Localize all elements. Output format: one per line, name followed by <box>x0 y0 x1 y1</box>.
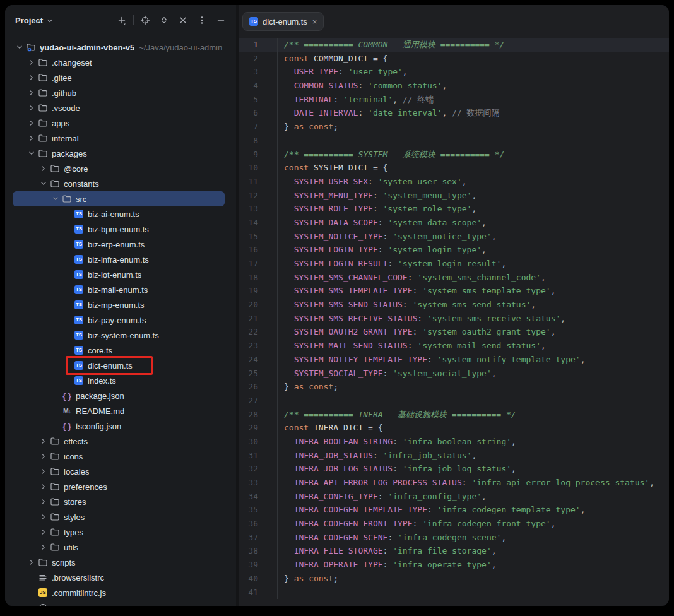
chevron-right-icon[interactable] <box>38 466 49 477</box>
code-line-37[interactable]: 37 INFRA_CODEGEN_SCENE: 'infra_codegen_s… <box>239 531 669 545</box>
chevron-right-icon[interactable] <box>38 451 49 462</box>
chevron-right-icon[interactable] <box>26 87 37 98</box>
code-line-38[interactable]: 38 INFRA_FILE_STORAGE: 'infra_file_stora… <box>239 544 669 558</box>
code-line-3[interactable]: 3 USER_TYPE: 'user_type', <box>239 65 669 79</box>
chevron-right-icon[interactable] <box>26 72 37 83</box>
tree-item-biz-mall-enum-ts[interactable]: TSbiz-mall-enum.ts <box>5 282 236 297</box>
chevron-right-icon[interactable] <box>38 481 49 492</box>
line-number[interactable]: 13 <box>239 202 278 216</box>
tree-item-dict-enum-ts[interactable]: TSdict-enum.ts <box>5 358 236 373</box>
code-line-9[interactable]: 9/** ========== SYSTEM - 系统模块 ==========… <box>239 148 669 162</box>
code-line-23[interactable]: 23 SYSTEM_MAIL_SEND_STATUS: 'system_mail… <box>239 339 669 353</box>
line-number[interactable]: 26 <box>239 380 278 394</box>
line-number[interactable]: 7 <box>239 120 278 134</box>
tree-item-biz-system-enum-ts[interactable]: TSbiz-system-enum.ts <box>5 328 236 343</box>
tree-item-tsconfig-json[interactable]: { }tsconfig.json <box>5 418 236 434</box>
code-line-4[interactable]: 4 COMMON_STATUS: 'common_status', <box>239 79 669 93</box>
code-line-26[interactable]: 26} as const; <box>239 380 669 394</box>
code-line-29[interactable]: 29const INFRA_DICT = { <box>239 421 669 435</box>
tree-item-biz-pay-enum-ts[interactable]: TSbiz-pay-enum.ts <box>5 312 236 328</box>
code-line-35[interactable]: 35 INFRA_CODEGEN_TEMPLATE_TYPE: 'infra_c… <box>239 503 669 517</box>
code-line-33[interactable]: 33 INFRA_API_ERROR_LOG_PROCESS_STATUS: '… <box>239 476 669 490</box>
code-line-13[interactable]: 13 SYSTEM_ROLE_TYPE: 'system_role_type', <box>239 202 669 216</box>
add-button[interactable] <box>114 13 129 28</box>
tree-item-yudao-ui-admin-vben-v5[interactable]: yudao-ui-admin-vben-v5~/Java/yudao-ui-ad… <box>5 40 236 55</box>
chevron-right-icon[interactable] <box>38 542 49 553</box>
tree-item-stores[interactable]: stores <box>5 494 236 509</box>
tree-item-commitlintrc-js[interactable]: JS.commitlintrc.js <box>5 585 236 600</box>
code-line-19[interactable]: 19 SYSTEM_SMS_TEMPLATE_TYPE: 'system_sms… <box>239 284 669 298</box>
code-line-5[interactable]: 5 TERMINAL: 'terminal', // 终端 <box>239 93 669 107</box>
line-number[interactable]: 32 <box>239 462 278 476</box>
line-number[interactable]: 2 <box>239 52 278 66</box>
line-number[interactable]: 28 <box>239 408 278 422</box>
tree-item-internal[interactable]: internal <box>5 131 236 146</box>
code-line-8[interactable]: 8 <box>239 134 669 148</box>
tab-close-icon[interactable]: × <box>312 17 318 27</box>
line-number[interactable]: 20 <box>239 298 278 312</box>
project-tool-window-selector[interactable]: Project <box>15 16 54 25</box>
line-number[interactable]: 12 <box>239 189 278 203</box>
tree-item-gitee[interactable]: .gitee <box>5 70 236 85</box>
code-line-24[interactable]: 24 SYSTEM_NOTIFY_TEMPLATE_TYPE: 'system_… <box>239 353 669 367</box>
code-line-22[interactable]: 22 SYSTEM_OAUTH2_GRANT_TYPE: 'system_oau… <box>239 325 669 339</box>
chevron-right-icon[interactable] <box>26 57 37 68</box>
line-number[interactable]: 38 <box>239 544 278 558</box>
line-number[interactable]: 11 <box>239 175 278 189</box>
tree-item-changeset[interactable]: .changeset <box>5 55 236 70</box>
code-line-7[interactable]: 7} as const; <box>239 120 669 134</box>
line-number[interactable]: 15 <box>239 230 278 244</box>
line-number[interactable]: 10 <box>239 161 278 175</box>
line-number[interactable]: 36 <box>239 517 278 531</box>
tree-item-biz-erp-enum-ts[interactable]: TSbiz-erp-enum.ts <box>5 237 236 252</box>
tree-item-biz-bpm-enum-ts[interactable]: TSbiz-bpm-enum.ts <box>5 222 236 237</box>
tree-item-effects[interactable]: effects <box>5 434 236 449</box>
line-number[interactable]: 18 <box>239 271 278 285</box>
code-line-36[interactable]: 36 INFRA_CODEGEN_FRONT_TYPE: 'infra_code… <box>239 517 669 531</box>
line-number[interactable]: 25 <box>239 367 278 381</box>
code-line-27[interactable]: 27 <box>239 394 669 408</box>
locate-opened-file-button[interactable] <box>138 13 153 28</box>
code-line-16[interactable]: 16 SYSTEM_LOGIN_TYPE: 'system_login_type… <box>239 243 669 257</box>
tree-item-index-ts[interactable]: TSindex.ts <box>5 373 236 388</box>
code-line-11[interactable]: 11 SYSTEM_USER_SEX: 'system_user_sex', <box>239 175 669 189</box>
code-line-20[interactable]: 20 SYSTEM_SMS_SEND_STATUS: 'system_sms_s… <box>239 298 669 312</box>
line-number[interactable]: 24 <box>239 353 278 367</box>
line-number[interactable]: 27 <box>239 394 278 408</box>
hide-panel-button[interactable] <box>213 13 228 28</box>
chevron-right-icon[interactable] <box>38 511 49 523</box>
more-options-button[interactable] <box>194 13 210 28</box>
tree-item-apps[interactable]: apps <box>5 116 236 131</box>
line-number[interactable]: 34 <box>239 490 278 504</box>
tree-item-scripts[interactable]: scripts <box>5 555 236 570</box>
code-line-15[interactable]: 15 SYSTEM_NOTICE_TYPE: 'system_notice_ty… <box>239 230 669 244</box>
line-number[interactable]: 39 <box>239 558 278 572</box>
collapse-all-button[interactable] <box>175 13 191 28</box>
tree-item-styles[interactable]: styles <box>5 509 236 524</box>
code-line-10[interactable]: 10const SYSTEM_DICT = { <box>239 161 669 175</box>
tree-item-preferences[interactable]: preferences <box>5 479 236 494</box>
chevron-right-icon[interactable] <box>26 133 37 144</box>
code-line-21[interactable]: 21 SYSTEM_SMS_RECEIVE_STATUS: 'system_sm… <box>239 312 669 326</box>
line-number[interactable]: 4 <box>239 79 278 93</box>
line-number[interactable]: 21 <box>239 312 278 326</box>
line-number[interactable]: 17 <box>239 257 278 271</box>
code-line-39[interactable]: 39 INFRA_OPERATE_TYPE: 'infra_operate_ty… <box>239 558 669 572</box>
tree-item-icons[interactable]: icons <box>5 449 236 464</box>
chevron-right-icon[interactable] <box>26 117 37 129</box>
line-number[interactable]: 30 <box>239 435 278 449</box>
chevron-right-icon[interactable] <box>38 496 49 507</box>
code-line-41[interactable]: 41 <box>239 586 669 600</box>
chevron-right-icon[interactable] <box>38 163 49 174</box>
tree-item-src[interactable]: src <box>5 191 236 206</box>
tree-item-vscode[interactable]: .vscode <box>5 100 236 116</box>
code-line-34[interactable]: 34 INFRA_CONFIG_TYPE: 'infra_config_type… <box>239 490 669 504</box>
code-editor[interactable]: 1/** ========== COMMON - 通用模块 ==========… <box>239 38 669 606</box>
tree-item-readme-md[interactable]: M↓README.md <box>5 403 236 418</box>
chevron-down-icon[interactable] <box>14 42 25 53</box>
code-line-12[interactable]: 12 SYSTEM_MENU_TYPE: 'system_menu_type', <box>239 189 669 203</box>
code-line-14[interactable]: 14 SYSTEM_DATA_SCOPE: 'system_data_scope… <box>239 216 669 230</box>
code-line-25[interactable]: 25 SYSTEM_SOCIAL_TYPE: 'system_social_ty… <box>239 367 669 381</box>
line-number[interactable]: 29 <box>239 421 278 435</box>
tab-dict-enum[interactable]: TS dict-enum.ts × <box>242 12 324 31</box>
